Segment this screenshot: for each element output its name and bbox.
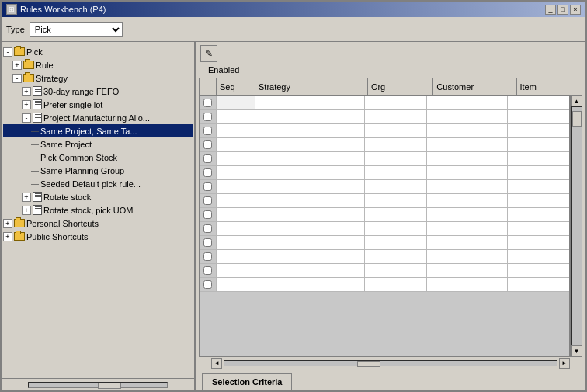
row-org-cell: [365, 152, 427, 165]
tree-item-rotate-stock-uom[interactable]: + Rotate stock, pick UOM: [3, 203, 193, 217]
table-row[interactable]: [200, 264, 569, 278]
project-mfg-expander[interactable]: -: [22, 113, 31, 123]
rotate-stock-expander[interactable]: +: [22, 193, 31, 202]
row-strategy-cell: [255, 236, 365, 249]
tree-item-30day[interactable]: + 30-day range FEFO: [3, 85, 193, 98]
tree-item-same-project[interactable]: — Same Project: [3, 137, 193, 151]
left-scroll-track[interactable]: [28, 382, 168, 388]
personal-shortcuts-expander[interactable]: +: [3, 219, 12, 228]
tab-selection-criteria[interactable]: Selection Criteria: [202, 373, 292, 390]
edit-button[interactable]: ✎: [200, 45, 217, 62]
row-checkbox[interactable]: [203, 280, 212, 289]
tree-item-rule[interactable]: + Rule: [3, 58, 193, 71]
table-row[interactable]: [200, 236, 569, 250]
tree-item-same-project-same-ta[interactable]: — Same Project, Same Ta...: [3, 124, 193, 137]
row-org-cell: [365, 278, 427, 291]
pick-expander[interactable]: -: [3, 47, 12, 57]
window-title: Rules Workbench (P4): [20, 5, 106, 14]
table-row[interactable]: [200, 194, 569, 208]
row-strategy-cell: [255, 96, 365, 109]
row-checkbox[interactable]: [203, 238, 212, 247]
close-button[interactable]: ×: [570, 5, 581, 15]
table-row[interactable]: [200, 110, 569, 124]
table-row[interactable]: [200, 166, 569, 180]
row-seq-cell: [217, 166, 255, 179]
h-scroll-thumb[interactable]: [357, 361, 380, 367]
table-row[interactable]: [200, 250, 569, 264]
row-checkbox-cell: [200, 208, 217, 221]
row-checkbox[interactable]: [203, 113, 212, 121]
same-project-dash: —: [31, 140, 39, 148]
tree-item-personal-shortcuts[interactable]: + Personal Shortcuts: [3, 217, 193, 230]
table-row[interactable]: [200, 138, 569, 152]
vertical-scrollbar[interactable]: ▲ ▼: [570, 95, 582, 356]
row-checkbox-cell: [200, 96, 217, 109]
row-customer-cell: [427, 138, 507, 151]
tree-item-public-shortcuts[interactable]: + Public Shortcuts: [3, 230, 193, 243]
prefer-single-doc-icon: [33, 99, 42, 109]
tree-item-same-planning-group[interactable]: — Same Planning Group: [3, 164, 193, 177]
row-checkbox[interactable]: [203, 140, 212, 149]
table-row[interactable]: [200, 124, 569, 138]
left-scroll-thumb[interactable]: [98, 383, 121, 389]
row-item-cell: [508, 278, 569, 291]
row-checkbox[interactable]: [203, 266, 212, 275]
horizontal-scrollbar[interactable]: ◄ ►: [199, 356, 582, 369]
left-horizontal-scrollbar[interactable]: [2, 378, 194, 390]
30day-expander[interactable]: +: [22, 87, 31, 96]
row-checkbox[interactable]: [203, 182, 212, 191]
type-select[interactable]: Pick Supply Demand: [30, 22, 123, 37]
row-checkbox[interactable]: [203, 224, 212, 233]
row-checkbox-cell: [200, 138, 217, 151]
tree-item-prefer-single[interactable]: + Prefer single lot: [3, 98, 193, 111]
tree-item-pick[interactable]: - Pick: [3, 45, 193, 58]
tree-item-project-mfg[interactable]: - Project Manufacturing Allo...: [3, 111, 193, 124]
30day-doc-icon: [33, 86, 42, 96]
h-scroll-track[interactable]: [224, 360, 557, 366]
grid-body-area: ▲ ▼: [199, 95, 582, 356]
row-customer-cell: [427, 264, 507, 277]
public-shortcuts-label: Public Shortcuts: [26, 232, 88, 241]
scroll-v-track[interactable]: [571, 106, 582, 345]
table-row[interactable]: [200, 180, 569, 194]
scroll-left-button[interactable]: ◄: [211, 358, 222, 369]
maximize-button[interactable]: □: [557, 5, 568, 15]
project-mfg-doc-icon: [33, 113, 42, 123]
tree-container[interactable]: - Pick + Rule - Strategy: [2, 42, 194, 378]
row-strategy-cell: [255, 264, 365, 277]
grid-header: Seq Strategy Org Customer Item: [199, 78, 582, 95]
tree-item-seeded-default[interactable]: — Seeded Default pick rule...: [3, 177, 193, 190]
strategy-expander[interactable]: -: [12, 74, 22, 83]
table-row[interactable]: [200, 278, 569, 292]
scroll-right-button[interactable]: ►: [559, 358, 570, 369]
tree-item-pick-common-stock[interactable]: — Pick Common Stock: [3, 151, 193, 164]
same-project-same-ta-dash: —: [31, 127, 39, 135]
table-row[interactable]: [200, 96, 569, 110]
table-row[interactable]: [200, 208, 569, 222]
row-checkbox[interactable]: [203, 127, 212, 135]
row-checkbox[interactable]: [203, 210, 212, 219]
scroll-down-button[interactable]: ▼: [571, 345, 582, 356]
rotate-stock-label: Rotate stock: [43, 193, 91, 202]
row-checkbox[interactable]: [203, 99, 212, 107]
prefer-single-expander[interactable]: +: [22, 100, 31, 109]
table-row[interactable]: [200, 222, 569, 236]
table-row[interactable]: [200, 152, 569, 166]
grid-body[interactable]: [199, 95, 570, 356]
minimize-button[interactable]: _: [545, 5, 556, 15]
rule-expander[interactable]: +: [12, 61, 22, 70]
tree-item-rotate-stock[interactable]: + Rotate stock: [3, 190, 193, 203]
row-checkbox[interactable]: [203, 168, 212, 177]
rotate-stock-uom-expander[interactable]: +: [22, 206, 31, 215]
scroll-v-thumb[interactable]: [572, 111, 582, 127]
row-strategy-cell: [255, 110, 365, 123]
scroll-up-button[interactable]: ▲: [571, 95, 582, 106]
public-shortcuts-expander[interactable]: +: [3, 232, 12, 241]
strategy-label: Strategy: [36, 74, 68, 83]
tree-item-strategy[interactable]: - Strategy: [3, 71, 193, 85]
row-strategy-cell: [255, 138, 365, 151]
row-checkbox[interactable]: [203, 196, 212, 205]
row-checkbox[interactable]: [203, 252, 212, 261]
row-checkbox[interactable]: [203, 154, 212, 163]
row-strategy-cell: [255, 124, 365, 137]
